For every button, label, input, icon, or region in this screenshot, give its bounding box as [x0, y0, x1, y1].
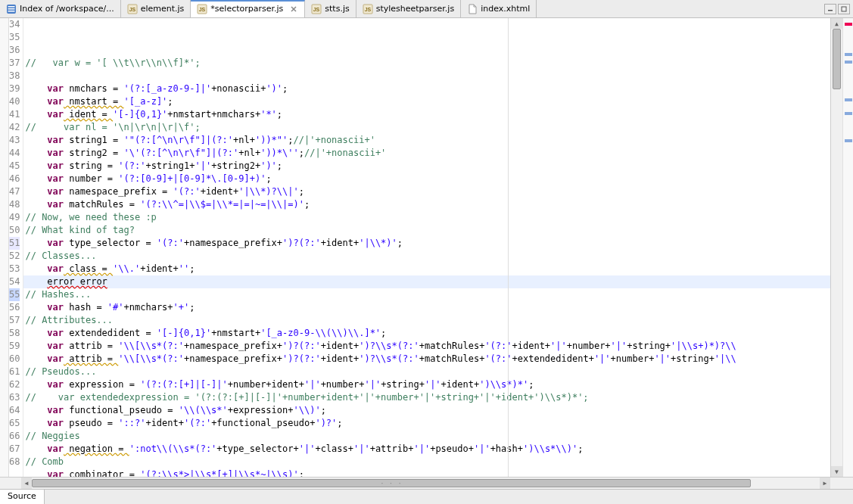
line-number[interactable]: 53 [9, 263, 20, 275]
line-number[interactable]: 63 [9, 391, 20, 404]
minimize-button[interactable] [824, 4, 836, 14]
code-line[interactable]: var matchRules = '(?:\\^=|\\$=|\\*=|=|~=… [23, 198, 830, 211]
code-line[interactable]: var string1 = '"(?:[^\n\r\f"]|(?:'+nl+')… [23, 134, 830, 147]
line-number[interactable]: 52 [9, 250, 20, 263]
line-number[interactable]: 59 [9, 340, 20, 353]
code-line[interactable]: var pseudo = '::?'+ident+'(?:'+functiona… [23, 417, 830, 430]
line-number[interactable]: 45 [9, 160, 20, 173]
overview-marker [845, 139, 852, 142]
vertical-scroll-thumb[interactable] [833, 29, 841, 89]
vertical-scrollbar[interactable]: ▲ ▼ [830, 18, 842, 477]
code-line[interactable]: var namespace_prefix = '(?:'+ident+'|\\*… [23, 185, 830, 198]
code-line[interactable]: // var extendedexpression = '(?:(?:[+]|[… [23, 391, 830, 404]
line-number[interactable]: 46 [9, 173, 20, 185]
scroll-left-button[interactable]: ◀ [21, 478, 32, 489]
code-line[interactable]: // Attributes... [23, 314, 830, 327]
source-tab[interactable]: Source [0, 490, 45, 504]
line-number[interactable]: 56 [9, 301, 20, 314]
line-number[interactable]: 49 [9, 211, 20, 224]
code-line[interactable]: var string2 = '\'(?:[^\n\r\f"]|(?:'+nl+'… [23, 147, 830, 160]
line-number[interactable]: 66 [9, 430, 20, 443]
code-line[interactable]: var number = '(?:[0-9]+|[0-9]*\.[0-9]+)'… [23, 173, 830, 185]
scroll-up-button[interactable]: ▲ [831, 18, 842, 29]
overview-marker [845, 98, 852, 101]
line-number[interactable]: 37 [9, 57, 20, 70]
editor-tab[interactable]: JSelement.js [121, 0, 191, 17]
line-number[interactable]: 62 [9, 378, 20, 391]
line-number[interactable]: 47 [9, 185, 20, 198]
line-number[interactable]: 42 [9, 121, 20, 134]
code-line[interactable]: var class = '\\.'+ident+''; [23, 263, 830, 275]
code-line[interactable]: var nmstart = '[_a-z]'; [23, 95, 830, 108]
line-number-gutter[interactable]: 3435363738394041424344454647484950515253… [9, 18, 23, 477]
code-line[interactable]: // What kind of tag? [23, 224, 830, 237]
line-number[interactable]: 68 [9, 456, 20, 468]
editor-tab[interactable]: JSstylesheetparser.js [356, 0, 461, 17]
line-number[interactable]: 48 [9, 198, 20, 211]
editor-tab[interactable]: index.xhtml [461, 0, 537, 17]
code-line[interactable]: // Now, we need these :p [23, 211, 830, 224]
line-number[interactable]: 43 [9, 134, 20, 147]
folding-ruler[interactable] [0, 18, 9, 477]
code-line[interactable]: // Comb [23, 456, 830, 468]
editor-tab[interactable]: Index of /workspace/... [0, 0, 121, 17]
code-line[interactable]: var functional_pseudo = '\\(\\s*'+expres… [23, 404, 830, 417]
line-number[interactable]: 57 [9, 314, 20, 327]
line-number[interactable]: 39 [9, 82, 20, 95]
scroll-down-button[interactable]: ▼ [831, 466, 842, 477]
code-line[interactable]: var hash = '#'+nmchars+'+'; [23, 301, 830, 314]
line-number[interactable]: 60 [9, 353, 20, 366]
code-line[interactable]: var attrib = '\\[\\s*(?:'+namespace_pref… [23, 353, 830, 366]
line-number[interactable]: 61 [9, 366, 20, 378]
code-line[interactable]: var attrib = '\\[\\s*(?:'+namespace_pref… [23, 340, 830, 353]
svg-rect-12 [828, 10, 833, 11]
horizontal-scroll-track[interactable]: · · · [32, 478, 820, 489]
line-number[interactable]: 44 [9, 147, 20, 160]
maximize-button[interactable] [838, 4, 850, 14]
code-line[interactable]: // Pseudos... [23, 366, 830, 378]
overview-ruler[interactable] [842, 18, 853, 477]
line-number[interactable]: 36 [9, 44, 20, 57]
horizontal-scrollbar[interactable]: ◀ · · · ▶ [0, 477, 853, 489]
line-number[interactable]: 41 [9, 108, 20, 121]
code-line[interactable] [23, 70, 830, 82]
line-number[interactable]: 51 [9, 237, 20, 250]
line-number[interactable]: 40 [9, 95, 20, 108]
line-number[interactable]: 54 [9, 275, 20, 288]
code-line[interactable]: var negation = ':not\\(\\s*(?:'+type_sel… [23, 443, 830, 456]
code-content[interactable]: // var w = '[ \\t\\r\\n\\f]*'; var nmcha… [23, 18, 830, 477]
code-line[interactable]: var type_selector = '(?:'+namespace_pref… [23, 237, 830, 250]
line-number[interactable]: 55 [9, 288, 20, 301]
svg-rect-1 [8, 6, 15, 8]
editor-tab[interactable]: JS*selectorparser.js [191, 0, 305, 17]
tabbar-controls [824, 4, 853, 14]
code-line[interactable]: var nmchars = '(?:[_a-z0-9-]|'+nonascii+… [23, 82, 830, 95]
editor-tab[interactable]: JSstts.js [305, 0, 356, 17]
close-icon[interactable] [289, 5, 298, 14]
code-line[interactable]: var ident = '[-]{0,1}'+nmstart+nmchars+'… [23, 108, 830, 121]
line-number[interactable]: 34 [9, 18, 20, 31]
line-number[interactable]: 50 [9, 224, 20, 237]
line-number[interactable]: 35 [9, 31, 20, 44]
code-line[interactable]: error error [23, 275, 830, 288]
js-file-icon: JS [197, 4, 207, 14]
scroll-right-button[interactable]: ▶ [820, 478, 830, 489]
svg-text:JS: JS [364, 7, 371, 12]
code-line[interactable]: // var w = '[ \\t\\r\\n\\f]*'; [23, 57, 830, 70]
line-number[interactable]: 65 [9, 417, 20, 430]
line-number[interactable]: 58 [9, 327, 20, 340]
code-line[interactable]: // Classes... [23, 250, 830, 263]
horizontal-scroll-thumb[interactable]: · · · [32, 479, 751, 487]
code-line[interactable]: // var nl = '\n|\r\n|\r|\f'; [23, 121, 830, 134]
line-number[interactable]: 67 [9, 443, 20, 456]
code-line[interactable]: var expression = '(?:(?:[+]|[-]|'+number… [23, 378, 830, 391]
line-number[interactable]: 38 [9, 70, 20, 82]
code-line[interactable]: // Neggies [23, 430, 830, 443]
code-line[interactable]: var combinator = '(?:\\s*>|\\s*[+]|\\s*~… [23, 468, 830, 477]
line-number[interactable]: 64 [9, 404, 20, 417]
code-line[interactable]: var extendedident = '[-]{0,1}'+nmstart+'… [23, 327, 830, 340]
tab-label: stylesheetparser.js [376, 4, 454, 14]
code-line[interactable]: // Hashes... [23, 288, 830, 301]
svg-text:JS: JS [313, 7, 320, 12]
code-line[interactable]: var string = '(?:'+string1+'|'+string2+'… [23, 160, 830, 173]
